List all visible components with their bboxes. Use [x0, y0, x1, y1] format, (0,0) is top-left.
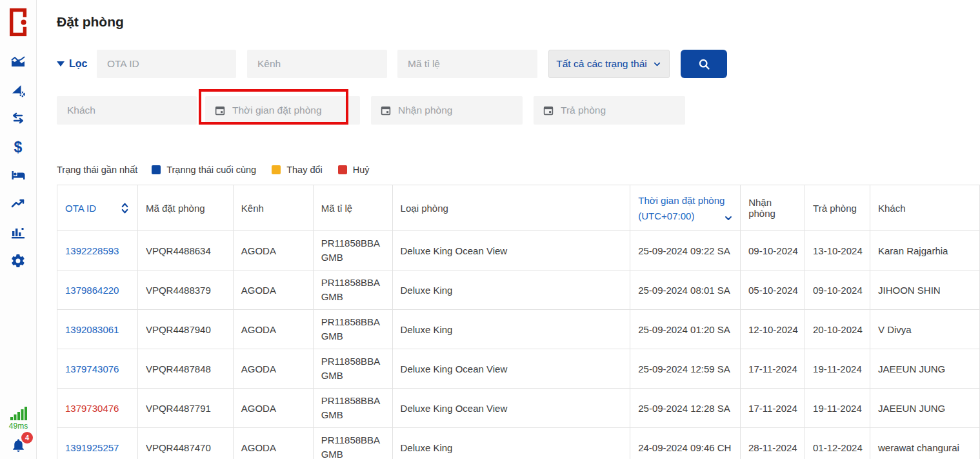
- chevron-down-icon: [723, 213, 734, 223]
- table-row: 1392228593 VPQR4488634 AGODA PR11858BBAG…: [57, 231, 980, 270]
- check-in-cell: 12-10-2024: [741, 310, 805, 349]
- booking-time-cell: 25-09-2024 01:20 SA: [630, 310, 741, 349]
- ota-id-link[interactable]: 1392228593: [65, 245, 119, 256]
- table-row: 1391925257 VPQR4487470 AGODA PR11858BBAG…: [57, 428, 980, 459]
- booking-time-cell: 25-09-2024 12:59 SA: [630, 349, 741, 389]
- dollar-icon[interactable]: $: [10, 139, 26, 156]
- ota-id-link[interactable]: 1392083061: [65, 324, 119, 335]
- check-out-picker[interactable]: [534, 96, 685, 125]
- trending-up-icon[interactable]: [10, 196, 26, 212]
- channel-cell: AGODA: [234, 310, 314, 349]
- booking-time-picker[interactable]: [205, 96, 360, 125]
- legend-item-changed: Thay đổi: [272, 165, 323, 175]
- sort-icon[interactable]: [120, 202, 130, 214]
- legend-swatch-blue: [152, 165, 161, 174]
- check-out-cell: 20-10-2024: [805, 310, 870, 349]
- booking-time-input[interactable]: [232, 105, 360, 116]
- check-out-input[interactable]: [561, 105, 685, 116]
- room-type-cell: Deluxe King: [393, 270, 631, 310]
- bed-icon[interactable]: [10, 167, 26, 184]
- area-chart-icon[interactable]: [10, 54, 26, 70]
- filters-row-1: Lọc Tất cả các trạng thái: [57, 50, 980, 78]
- ota-id-link[interactable]: 1379730476: [65, 403, 119, 414]
- check-in-cell: 09-10-2024: [741, 231, 805, 270]
- check-out-cell: 19-11-2024: [805, 349, 870, 389]
- channel-cell: AGODA: [234, 231, 314, 270]
- bar-chart-icon[interactable]: [10, 224, 26, 241]
- table-row: 1392083061 VPQR4487940 AGODA PR11858BBAG…: [57, 310, 980, 349]
- booking-page: $: [0, 0, 980, 459]
- rate-code-input[interactable]: [397, 50, 537, 78]
- booking-code-cell: VPQR4487940: [138, 310, 234, 349]
- filter-toggle[interactable]: Lọc: [57, 58, 97, 70]
- app-logo[interactable]: [10, 8, 27, 39]
- latency-label: 49ms: [9, 422, 28, 431]
- rate-code-cell: PR11858BBAGMB: [321, 236, 385, 265]
- header-check-in: Nhận phòng: [741, 185, 805, 231]
- check-out-cell: 13-10-2024: [805, 231, 870, 270]
- check-in-cell: 05-10-2024: [741, 270, 805, 310]
- settings-icon[interactable]: [10, 252, 26, 269]
- channel-input[interactable]: [247, 50, 387, 78]
- ota-id-link[interactable]: 1379864220: [65, 285, 119, 296]
- guest-cell: JAEEUN JUNG: [870, 349, 980, 389]
- rate-code-cell: PR11858BBAGMB: [321, 433, 385, 459]
- filter-toggle-label: Lọc: [69, 58, 87, 70]
- guest-input[interactable]: [57, 96, 197, 125]
- header-ota-id[interactable]: OTA ID: [57, 185, 138, 231]
- check-in-cell: 17-11-2024: [741, 389, 805, 428]
- guest-cell: V Divya: [870, 310, 980, 349]
- transfer-arrows-icon[interactable]: [10, 110, 26, 127]
- channel-cell: AGODA: [234, 428, 314, 459]
- rate-code-cell: PR11858BBAGMB: [321, 315, 385, 343]
- check-out-cell: 01-12-2024: [805, 428, 870, 459]
- booking-time-field-wrap: [205, 96, 360, 125]
- legend-item-cancelled: Huỷ: [338, 165, 370, 175]
- rate-code-cell: PR11858BBAGMB: [321, 394, 385, 422]
- channel-cell: AGODA: [234, 389, 314, 428]
- booking-time-cell: 25-09-2024 09:22 SA: [630, 231, 741, 270]
- legend-swatch-yellow: [272, 165, 281, 174]
- check-out-cell: 09-10-2024: [805, 270, 870, 310]
- header-channel: Kênh: [234, 185, 314, 231]
- notifications-button[interactable]: 4: [10, 437, 26, 456]
- check-in-cell: 28-11-2024: [741, 428, 805, 459]
- guest-cell: Karan Rajgarhia: [870, 231, 980, 270]
- ota-id-link[interactable]: 1391925257: [65, 442, 119, 453]
- rate-code-cell: PR11858BBAGMB: [321, 276, 385, 304]
- check-in-picker[interactable]: [371, 96, 523, 125]
- analytics-gear-icon[interactable]: [10, 82, 26, 99]
- room-type-cell: Deluxe King Ocean View: [393, 231, 631, 270]
- ota-id-input[interactable]: [97, 50, 236, 78]
- calendar-icon: [214, 105, 226, 116]
- booking-code-cell: VPQR4487848: [138, 349, 234, 389]
- status-dropdown-value: Tất cả các trạng thái: [556, 58, 646, 70]
- notification-badge: 4: [21, 432, 33, 444]
- header-room-type: Loại phòng: [393, 185, 631, 231]
- room-type-cell: Deluxe King Ocean View: [393, 349, 631, 389]
- room-type-cell: Deluxe King: [393, 428, 631, 459]
- booking-code-cell: VPQR4487470: [138, 428, 234, 459]
- booking-code-cell: VPQR4488634: [138, 231, 234, 270]
- ota-id-link[interactable]: 1379743076: [65, 363, 119, 374]
- table-header-row: OTA ID Mã đặt phòng Kênh Mã tỉ lệ Loại p…: [57, 185, 980, 231]
- check-out-cell: 19-11-2024: [805, 389, 870, 428]
- search-button[interactable]: [681, 50, 727, 78]
- signal-bars-icon: [10, 405, 28, 421]
- booking-time-cell: 25-09-2024 08:01 SA: [630, 270, 741, 310]
- legend-swatch-red: [338, 165, 347, 174]
- room-type-cell: Deluxe King: [393, 310, 631, 349]
- header-booking-time[interactable]: Thời gian đặt phòng (UTC+07:00): [630, 185, 741, 231]
- filters-row-2: [57, 96, 980, 125]
- channel-cell: AGODA: [234, 270, 314, 310]
- check-in-input[interactable]: [398, 105, 523, 116]
- search-icon: [697, 57, 711, 71]
- dollar-glyph: $: [14, 140, 23, 155]
- main-content: Đặt phòng Lọc Tất cả các trạng thái: [37, 0, 980, 459]
- header-check-out: Trả phòng: [805, 185, 870, 231]
- connection-status: 49ms 4: [0, 405, 37, 456]
- header-guest: Khách: [870, 185, 980, 231]
- header-rate-code: Mã tỉ lệ: [314, 185, 393, 231]
- status-dropdown[interactable]: Tất cả các trạng thái: [548, 50, 670, 78]
- page-title: Đặt phòng: [57, 14, 980, 30]
